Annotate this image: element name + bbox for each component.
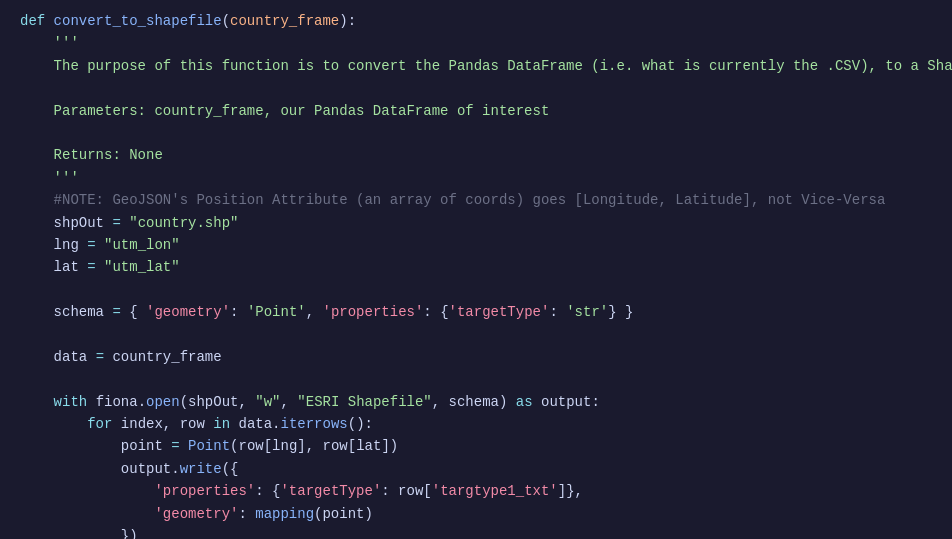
code-line-10: shpOut = "country.shp" (0, 212, 952, 234)
code-editor: def convert_to_shapefile(country_frame):… (0, 0, 952, 539)
code-line-18: with fiona.open(shpOut, "w", "ESRI Shape… (0, 391, 952, 413)
code-line-24: }) (0, 525, 952, 539)
code-line-16: data = country_frame (0, 346, 952, 368)
code-line-5: Parameters: country_frame, our Pandas Da… (0, 100, 952, 122)
code-line-21: output.write({ (0, 458, 952, 480)
code-line-9: #NOTE: GeoJSON's Position Attribute (an … (0, 189, 952, 211)
code-line-11: lng = "utm_lon" (0, 234, 952, 256)
code-line-19: for index, row in data.iterrows(): (0, 413, 952, 435)
code-line-1: def convert_to_shapefile(country_frame): (0, 10, 952, 32)
code-line-14: schema = { 'geometry': 'Point', 'propert… (0, 301, 952, 323)
code-line-8: ''' (0, 167, 952, 189)
code-line-6 (0, 122, 952, 144)
code-line-2: ''' (0, 32, 952, 54)
code-line-12: lat = "utm_lat" (0, 256, 952, 278)
code-line-23: 'geometry': mapping(point) (0, 503, 952, 525)
code-line-7: Returns: None (0, 144, 952, 166)
code-line-22: 'properties': {'targetType': row['targty… (0, 480, 952, 502)
code-line-15 (0, 323, 952, 345)
code-line-20: point = Point(row[lng], row[lat]) (0, 435, 952, 457)
code-line-4 (0, 77, 952, 99)
code-line-3: The purpose of this function is to conve… (0, 55, 952, 77)
code-line-13 (0, 279, 952, 301)
code-line-17 (0, 368, 952, 390)
